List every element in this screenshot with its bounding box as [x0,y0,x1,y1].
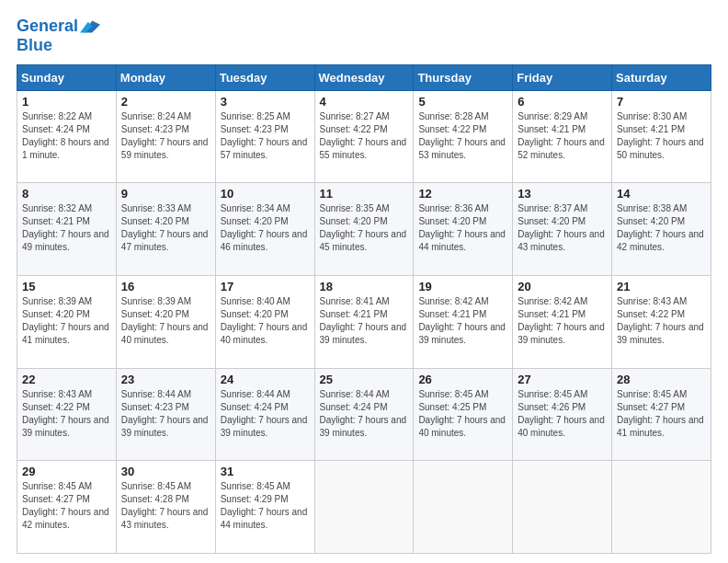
day-detail: Sunrise: 8:29 AM Sunset: 4:21 PM Dayligh… [518,110,607,162]
day-number: 3 [221,95,310,109]
calendar-cell: 30 Sunrise: 8:45 AM Sunset: 4:28 PM Dayl… [116,461,215,554]
calendar-cell: 27 Sunrise: 8:45 AM Sunset: 4:26 PM Dayl… [513,368,612,461]
day-number: 24 [221,373,310,386]
day-number: 31 [221,465,310,478]
day-detail: Sunrise: 8:24 AM Sunset: 4:23 PM Dayligh… [121,110,210,162]
day-detail: Sunrise: 8:41 AM Sunset: 4:21 PM Dayligh… [320,295,409,347]
day-detail: Sunrise: 8:36 AM Sunset: 4:20 PM Dayligh… [418,202,507,254]
day-number: 30 [121,465,210,478]
calendar-cell: 16 Sunrise: 8:39 AM Sunset: 4:20 PM Dayl… [116,276,215,369]
day-detail: Sunrise: 8:43 AM Sunset: 4:22 PM Dayligh… [22,388,111,440]
calendar-cell: 17 Sunrise: 8:40 AM Sunset: 4:20 PM Dayl… [215,276,314,369]
day-detail: Sunrise: 8:45 AM Sunset: 4:29 PM Dayligh… [221,480,310,532]
calendar-cell: 21 Sunrise: 8:43 AM Sunset: 4:22 PM Dayl… [612,276,711,369]
calendar-cell: 24 Sunrise: 8:44 AM Sunset: 4:24 PM Dayl… [215,368,314,461]
day-number: 1 [22,95,111,109]
day-detail: Sunrise: 8:45 AM Sunset: 4:27 PM Dayligh… [617,388,706,440]
day-number: 15 [22,280,111,293]
day-detail: Sunrise: 8:37 AM Sunset: 4:20 PM Dayligh… [518,202,607,254]
calendar-cell: 12 Sunrise: 8:36 AM Sunset: 4:20 PM Dayl… [414,183,513,276]
day-detail: Sunrise: 8:43 AM Sunset: 4:22 PM Dayligh… [617,295,706,347]
calendar-week-row: 22 Sunrise: 8:43 AM Sunset: 4:22 PM Dayl… [17,368,711,461]
day-detail: Sunrise: 8:38 AM Sunset: 4:20 PM Dayligh… [617,202,706,254]
calendar-cell: 8 Sunrise: 8:32 AM Sunset: 4:21 PM Dayli… [17,183,117,276]
day-number: 7 [617,95,706,109]
calendar-week-row: 1 Sunrise: 8:22 AM Sunset: 4:24 PM Dayli… [17,90,711,183]
day-detail: Sunrise: 8:28 AM Sunset: 4:22 PM Dayligh… [418,110,507,162]
calendar-week-row: 29 Sunrise: 8:45 AM Sunset: 4:27 PM Dayl… [17,461,711,554]
day-detail: Sunrise: 8:40 AM Sunset: 4:20 PM Dayligh… [221,295,310,347]
day-detail: Sunrise: 8:33 AM Sunset: 4:20 PM Dayligh… [121,202,210,254]
day-number: 19 [418,280,507,293]
calendar-cell: 28 Sunrise: 8:45 AM Sunset: 4:27 PM Dayl… [612,368,711,461]
day-detail: Sunrise: 8:45 AM Sunset: 4:25 PM Dayligh… [418,388,507,440]
calendar-header-wednesday: Wednesday [314,64,414,90]
calendar-cell: 4 Sunrise: 8:27 AM Sunset: 4:22 PM Dayli… [314,90,414,183]
calendar-cell: 10 Sunrise: 8:34 AM Sunset: 4:20 PM Dayl… [215,183,314,276]
calendar-cell: 1 Sunrise: 8:22 AM Sunset: 4:24 PM Dayli… [17,90,117,183]
day-detail: Sunrise: 8:39 AM Sunset: 4:20 PM Dayligh… [121,295,210,347]
calendar-cell: 3 Sunrise: 8:25 AM Sunset: 4:23 PM Dayli… [215,90,314,183]
day-detail: Sunrise: 8:42 AM Sunset: 4:21 PM Dayligh… [518,295,607,347]
day-detail: Sunrise: 8:45 AM Sunset: 4:28 PM Dayligh… [121,480,210,532]
day-detail: Sunrise: 8:35 AM Sunset: 4:20 PM Dayligh… [320,202,409,254]
day-number: 12 [418,187,507,201]
calendar-cell [513,461,612,554]
day-detail: Sunrise: 8:42 AM Sunset: 4:21 PM Dayligh… [418,295,507,347]
logo-text: General [17,17,78,36]
day-number: 11 [320,187,409,201]
calendar-header-monday: Monday [116,64,215,90]
day-number: 4 [320,95,409,109]
day-detail: Sunrise: 8:45 AM Sunset: 4:26 PM Dayligh… [518,388,607,440]
logo: General Blue [17,17,100,55]
calendar-cell: 19 Sunrise: 8:42 AM Sunset: 4:21 PM Dayl… [414,276,513,369]
calendar-header-saturday: Saturday [612,64,711,90]
day-number: 22 [22,373,111,386]
day-number: 18 [320,280,409,293]
logo-text-blue: Blue [17,37,100,55]
day-number: 27 [518,373,607,386]
calendar-cell: 15 Sunrise: 8:39 AM Sunset: 4:20 PM Dayl… [17,276,117,369]
calendar-cell: 22 Sunrise: 8:43 AM Sunset: 4:22 PM Dayl… [17,368,117,461]
calendar-header-tuesday: Tuesday [215,64,314,90]
day-number: 5 [418,95,507,109]
calendar-header-thursday: Thursday [414,64,513,90]
day-number: 6 [518,95,607,109]
calendar-table: SundayMondayTuesdayWednesdayThursdayFrid… [17,64,711,554]
calendar-header-row: SundayMondayTuesdayWednesdayThursdayFrid… [17,64,711,90]
calendar-cell: 31 Sunrise: 8:45 AM Sunset: 4:29 PM Dayl… [215,461,314,554]
day-number: 28 [617,373,706,386]
calendar-cell: 6 Sunrise: 8:29 AM Sunset: 4:21 PM Dayli… [513,90,612,183]
calendar-cell: 26 Sunrise: 8:45 AM Sunset: 4:25 PM Dayl… [414,368,513,461]
calendar-header-friday: Friday [513,64,612,90]
day-detail: Sunrise: 8:22 AM Sunset: 4:24 PM Dayligh… [22,110,111,162]
day-number: 21 [617,280,706,293]
day-number: 29 [22,465,111,478]
calendar-cell [314,461,414,554]
day-detail: Sunrise: 8:44 AM Sunset: 4:23 PM Dayligh… [121,388,210,440]
calendar-week-row: 8 Sunrise: 8:32 AM Sunset: 4:21 PM Dayli… [17,183,711,276]
day-number: 13 [518,187,607,201]
page: General Blue SundayMondayTuesdayWednesda… [0,0,728,563]
day-number: 2 [121,95,210,109]
logo-icon [80,17,100,37]
day-detail: Sunrise: 8:44 AM Sunset: 4:24 PM Dayligh… [320,388,409,440]
day-number: 14 [617,187,706,201]
calendar-cell: 5 Sunrise: 8:28 AM Sunset: 4:22 PM Dayli… [414,90,513,183]
day-detail: Sunrise: 8:44 AM Sunset: 4:24 PM Dayligh… [221,388,310,440]
calendar-cell: 29 Sunrise: 8:45 AM Sunset: 4:27 PM Dayl… [17,461,117,554]
day-detail: Sunrise: 8:32 AM Sunset: 4:21 PM Dayligh… [22,202,111,254]
calendar-cell [414,461,513,554]
calendar-cell [612,461,711,554]
day-number: 20 [518,280,607,293]
calendar-cell: 18 Sunrise: 8:41 AM Sunset: 4:21 PM Dayl… [314,276,414,369]
day-number: 23 [121,373,210,386]
day-number: 16 [121,280,210,293]
day-detail: Sunrise: 8:30 AM Sunset: 4:21 PM Dayligh… [617,110,706,162]
calendar-cell: 9 Sunrise: 8:33 AM Sunset: 4:20 PM Dayli… [116,183,215,276]
day-number: 25 [320,373,409,386]
calendar-cell: 20 Sunrise: 8:42 AM Sunset: 4:21 PM Dayl… [513,276,612,369]
calendar-week-row: 15 Sunrise: 8:39 AM Sunset: 4:20 PM Dayl… [17,276,711,369]
calendar-cell: 13 Sunrise: 8:37 AM Sunset: 4:20 PM Dayl… [513,183,612,276]
calendar-cell: 2 Sunrise: 8:24 AM Sunset: 4:23 PM Dayli… [116,90,215,183]
